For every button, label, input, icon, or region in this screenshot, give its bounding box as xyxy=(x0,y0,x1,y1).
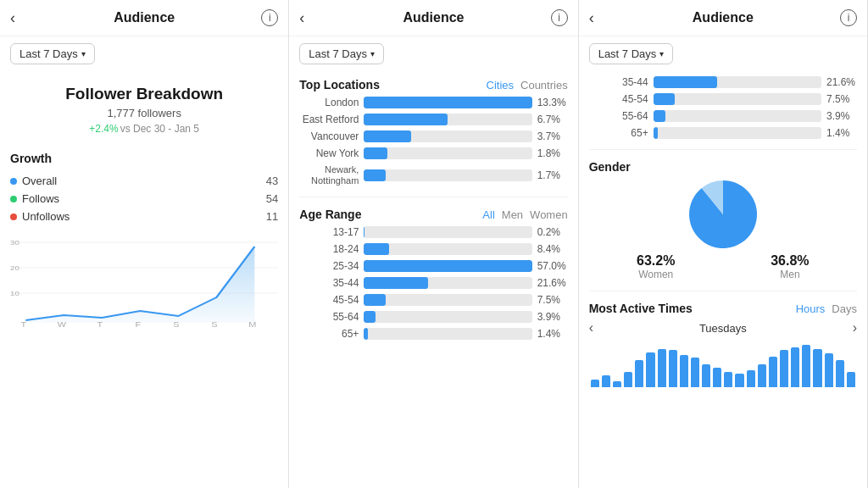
date-btn-2[interactable]: Last 7 Days ▾ xyxy=(299,43,384,64)
date-label-2: Last 7 Days xyxy=(309,47,367,60)
divider-1 xyxy=(299,197,567,197)
men-pct: 36.8% xyxy=(771,253,809,269)
growth-item-overall: Overall 43 xyxy=(10,172,278,190)
hour-bar xyxy=(658,349,666,387)
follower-breakdown: Follower Breakdown 1,777 followers +2.4%… xyxy=(10,71,278,141)
age-bars-panel2: 13-17 0.2% 18-24 8.4% 25-34 57.0% xyxy=(299,226,567,340)
men-text: Men xyxy=(771,269,809,280)
back-icon-2[interactable]: ‹ xyxy=(299,9,304,27)
bar-label-2534: 25-34 xyxy=(299,260,359,272)
bar-track-65plus xyxy=(364,328,531,340)
date-btn-3[interactable]: Last 7 Days ▾ xyxy=(589,43,674,64)
panel-3: ‹ Audience i Last 7 Days ▾ 35-44 21.6% 4… xyxy=(579,0,868,488)
gender-pie xyxy=(689,180,757,248)
growth-list: Overall 43 Follows 54 Unfollows 11 xyxy=(10,172,278,225)
back-icon-3[interactable]: ‹ xyxy=(589,9,594,27)
tab-hours[interactable]: Hours xyxy=(796,302,826,315)
bar-row-1824: 18-24 8.4% xyxy=(299,243,567,255)
overall-dot xyxy=(10,178,17,185)
pie-container: 63.2% Women 36.8% Men xyxy=(589,180,857,280)
bar-pct-2534: 57.0% xyxy=(537,260,568,272)
info-icon-3[interactable]: i xyxy=(840,9,857,26)
panel-2-content: Top Locations Cities Countries London 13… xyxy=(289,71,577,488)
panel-2: ‹ Audience i Last 7 Days ▾ Top Locations… xyxy=(289,0,578,488)
svg-text:T: T xyxy=(20,320,26,327)
p3-fill-5564 xyxy=(654,110,665,122)
svg-text:W: W xyxy=(58,320,67,327)
panel-1-header: ‹ Audience i xyxy=(0,0,288,36)
p3-label-3544: 35-44 xyxy=(589,76,648,88)
svg-text:T: T xyxy=(97,320,103,327)
bar-label-eastretford: East Retford xyxy=(299,114,359,125)
back-icon-1[interactable]: ‹ xyxy=(10,9,15,27)
svg-text:20: 20 xyxy=(10,264,19,272)
p3-label-4554: 45-54 xyxy=(589,93,648,105)
bar-fill-newyork xyxy=(364,147,387,159)
bar-pct-4554: 7.5% xyxy=(537,294,568,306)
bar-row-3544: 35-44 21.6% xyxy=(299,277,567,289)
bar-label-london: London xyxy=(299,97,359,108)
date-btn-1[interactable]: Last 7 Days ▾ xyxy=(10,43,95,64)
svg-text:30: 30 xyxy=(10,239,19,247)
p3-pct-4554: 7.5% xyxy=(826,93,857,105)
panel-3-content: 35-44 21.6% 45-54 7.5% 55-64 3.9% xyxy=(579,71,867,488)
prev-day-arrow[interactable]: ‹ xyxy=(589,320,593,336)
panel-2-title: Audience xyxy=(403,10,464,25)
men-label: 36.8% Men xyxy=(771,253,809,280)
p3-pct-65plus: 1.4% xyxy=(826,127,857,139)
hour-bar xyxy=(713,368,721,387)
bar-row-eastretford: East Retford 6.7% xyxy=(299,114,567,125)
tab-women[interactable]: Women xyxy=(530,208,568,221)
bar-track-newyork xyxy=(364,147,531,159)
bar-label-vancouver: Vancouver xyxy=(299,130,359,142)
p3-fill-3544 xyxy=(654,76,717,88)
most-active-header: Most Active Times Hours Days xyxy=(589,302,857,315)
tab-cities[interactable]: Cities xyxy=(487,79,515,92)
tab-days[interactable]: Days xyxy=(832,302,857,315)
hour-bar xyxy=(769,357,777,387)
p3-label-65plus: 65+ xyxy=(589,127,648,139)
tab-all[interactable]: All xyxy=(482,208,494,221)
panel-1-title: Audience xyxy=(114,10,175,25)
age-header: Age Range All Men Women xyxy=(299,208,567,221)
panel-2-header: ‹ Audience i xyxy=(289,0,577,36)
p3-pct-3544: 21.6% xyxy=(826,76,857,88)
info-icon-2[interactable]: i xyxy=(551,9,568,26)
hour-bar xyxy=(669,350,677,387)
p3-fill-4554 xyxy=(654,93,676,105)
next-day-arrow[interactable]: › xyxy=(853,320,857,336)
svg-text:10: 10 xyxy=(10,290,19,297)
overall-value: 43 xyxy=(266,175,278,187)
bar-track-eastretford xyxy=(364,114,531,125)
bar-fill-1824 xyxy=(364,243,389,255)
bar-label-4554: 45-54 xyxy=(299,294,359,306)
panel-1: ‹ Audience i Last 7 Days ▾ Follower Brea… xyxy=(0,0,289,488)
bar-fill-2534 xyxy=(364,260,531,272)
day-label: Tuesdays xyxy=(600,322,846,335)
p3-track-65plus xyxy=(654,127,821,139)
bar-pct-newyork: 1.8% xyxy=(537,147,568,159)
follows-dot xyxy=(10,196,17,202)
bar-fill-london xyxy=(364,97,531,108)
bar-row-vancouver: Vancouver 3.7% xyxy=(299,130,567,142)
bar-track-1824 xyxy=(364,243,531,255)
day-nav: ‹ Tuesdays › xyxy=(589,320,857,336)
bar-row-newark: Newark, Nottingham 1.7% xyxy=(299,164,567,186)
tab-men[interactable]: Men xyxy=(502,208,523,221)
bar-pct-65plus: 1.4% xyxy=(537,328,568,340)
bar-pct-3544: 21.6% xyxy=(537,277,568,289)
panel-3-header: ‹ Audience i xyxy=(579,0,867,36)
growth-item-unfollows: Unfollows 11 xyxy=(10,208,278,225)
growth-title: Growth xyxy=(10,152,278,165)
bar-label-5564: 55-64 xyxy=(299,311,359,323)
date-filter-3: Last 7 Days ▾ xyxy=(589,43,857,64)
date-label-1: Last 7 Days xyxy=(19,47,78,60)
tab-countries[interactable]: Countries xyxy=(520,79,568,92)
p3-track-3544 xyxy=(654,76,821,88)
bar-track-4554 xyxy=(364,294,531,306)
info-icon-1[interactable]: i xyxy=(261,9,278,26)
hour-bar xyxy=(825,353,833,387)
hour-bar xyxy=(591,380,599,387)
panel-1-content: Follower Breakdown 1,777 followers +2.4%… xyxy=(0,71,288,488)
bar-label-1317: 13-17 xyxy=(299,226,359,238)
